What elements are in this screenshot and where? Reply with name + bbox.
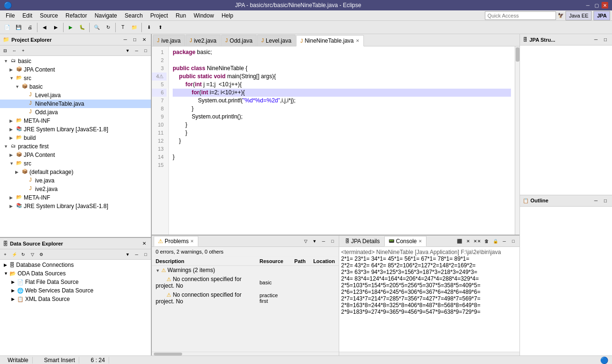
back-button[interactable]: ◀	[39, 22, 50, 33]
tree-item-nineninatable[interactable]: ▶ J NineNineTable.java	[0, 100, 151, 108]
search-button[interactable]: 🔍	[92, 22, 102, 33]
prev-anno-button[interactable]: ⬆	[155, 22, 166, 33]
problems-close-icon[interactable]: ✕	[190, 239, 194, 244]
console-scroll-lock-button[interactable]: 🔒	[491, 237, 500, 246]
ds-item-oda[interactable]: ▼ 📂 ODA Data Sources	[0, 269, 151, 278]
problems-view-menu-button[interactable]: ▼	[310, 237, 319, 246]
console-remove-button[interactable]: ✕✕	[473, 237, 482, 246]
ds-item-db-connections[interactable]: ▶ 🗄 Database Connections	[0, 261, 151, 269]
console-clear-button[interactable]: 🗑	[482, 237, 491, 246]
forward-button[interactable]: ▶	[51, 22, 61, 33]
ds-item-webservices[interactable]: ▶ 🌐 Web Services Data Source	[0, 286, 151, 295]
ds-view-menu-button[interactable]: ▼	[123, 250, 132, 259]
view-menu-button[interactable]: ▼	[123, 46, 132, 55]
tree-item-default-pkg[interactable]: ▶ 📦 (default package)	[0, 168, 151, 176]
ds-maximize-button[interactable]: □	[141, 250, 150, 259]
ds-filter-button[interactable]: ▽	[28, 250, 37, 259]
console-terminate-button[interactable]: ✕	[464, 237, 473, 246]
tree-item-basic[interactable]: ▼ 🗂 basic	[0, 57, 151, 65]
maximize-view-button[interactable]: □	[141, 46, 150, 55]
jpa-perspective-button[interactable]: JPA	[593, 11, 610, 20]
close-panel-button[interactable]: ✕	[140, 36, 148, 44]
console-minimize-button[interactable]: ─	[500, 237, 509, 246]
next-anno-button[interactable]: ⬇	[144, 22, 154, 33]
new-item-button[interactable]: +	[19, 46, 28, 55]
minimize-panel-button[interactable]: ─	[121, 36, 129, 44]
tab-odd-java[interactable]: J Odd.java	[221, 35, 257, 46]
link-editor-button[interactable]: ↔	[10, 46, 19, 55]
problems-maximize-button[interactable]: □	[328, 237, 337, 246]
tab-problems[interactable]: ⚠ Problems ✕	[154, 236, 198, 246]
tab-ive-java[interactable]: J ive.java	[153, 35, 185, 46]
minimize-button[interactable]: ─	[584, 2, 591, 9]
maximize-button[interactable]: ▢	[593, 2, 600, 9]
menu-refactor[interactable]: Refactor	[62, 11, 91, 20]
print-button[interactable]: 🖨	[25, 22, 35, 33]
open-type-button[interactable]: T	[118, 22, 128, 33]
tree-item-jre-1[interactable]: ▶ 📚 JRE System Library [JavaSE-1.8]	[0, 125, 151, 134]
code-area[interactable]: package basic; public class NineNineTabl…	[169, 46, 515, 235]
tree-item-ive2[interactable]: ▶ J ive2.java	[0, 185, 151, 193]
ds-refresh-button[interactable]: ↻	[19, 250, 28, 259]
menu-help[interactable]: Help	[218, 11, 237, 20]
ds-close-button[interactable]: ✕	[140, 240, 148, 247]
tree-item-src-1[interactable]: ▼ 📂 src	[0, 74, 151, 82]
menu-window[interactable]: Window	[190, 11, 218, 20]
refresh-button[interactable]: ↻	[103, 22, 113, 33]
console-close-icon[interactable]: ✕	[418, 239, 422, 244]
tab-console[interactable]: 📟 Console ✕	[384, 236, 426, 246]
tree-item-src-2[interactable]: ▼ 📂 src	[0, 159, 151, 168]
ds-connect-button[interactable]: ⚡	[10, 250, 19, 259]
open-resource-button[interactable]: 📁	[129, 22, 139, 33]
jpa-minimize-button[interactable]: ─	[592, 36, 600, 44]
menu-file[interactable]: File	[2, 11, 19, 20]
tree-item-jre-2[interactable]: ▶ 📚 JRE System Library [JavaSE-1.8]	[0, 202, 151, 210]
tab-jpa-details[interactable]: 🗄 JPA Details	[341, 236, 383, 246]
debug-button[interactable]: 🐛	[77, 22, 87, 33]
tree-item-odd[interactable]: ▶ J Odd.java	[0, 108, 151, 117]
menu-search[interactable]: Search	[121, 11, 147, 20]
menu-source[interactable]: Source	[36, 11, 62, 20]
editor-scrollbar-thumb[interactable]	[516, 47, 519, 62]
menu-edit[interactable]: Edit	[19, 11, 36, 20]
ds-item-flatfile[interactable]: ▶ 📄 Flat File Data Source	[0, 278, 151, 286]
outline-maximize-button[interactable]: □	[602, 197, 609, 204]
tree-item-jpa-content-2[interactable]: ▶ 📦 JPA Content	[0, 151, 151, 159]
problems-row-warnings-group[interactable]: ▼ ⚠ Warnings (2 items)	[152, 266, 339, 275]
problems-hscroll-thumb[interactable]	[154, 353, 182, 355]
tree-item-ive[interactable]: ▶ J ive.java	[0, 176, 151, 185]
menu-run[interactable]: Run	[172, 11, 190, 20]
save-button[interactable]: 💾	[13, 22, 24, 33]
minimize-view-button[interactable]: ─	[132, 46, 141, 55]
outline-minimize-button[interactable]: ─	[592, 197, 600, 204]
ds-minimize-button[interactable]: ─	[132, 250, 141, 259]
problems-row-1[interactable]: ⚠ No connection specified for project. N…	[152, 275, 339, 291]
tree-item-package-basic[interactable]: ▼ 📦 basic	[0, 82, 151, 91]
tab-nineninatable-java[interactable]: J NineNineTable.java ✕	[296, 35, 363, 46]
menu-navigate[interactable]: Navigate	[91, 11, 121, 20]
console-stop-button[interactable]: ⬛	[455, 237, 464, 246]
tree-item-meta-1[interactable]: ▶ 📂 META-INF	[0, 117, 151, 125]
tree-item-jpa-content-1[interactable]: ▶ 📦 JPA Content	[0, 65, 151, 74]
console-hscrollbar[interactable]	[339, 352, 519, 355]
ds-item-xml[interactable]: ▶ 📋 XML Data Source	[0, 295, 151, 303]
problems-filter-button[interactable]: ▽	[301, 237, 310, 246]
jpa-maximize-button[interactable]: □	[602, 36, 609, 44]
ds-new-button[interactable]: +	[1, 250, 9, 259]
tab-ive2-java[interactable]: J ive2.java	[185, 35, 221, 46]
problems-hscrollbar[interactable]	[152, 352, 339, 355]
tab-close-nine[interactable]: ✕	[356, 38, 360, 43]
close-button[interactable]: ✕	[602, 2, 608, 9]
new-button[interactable]: 📄	[2, 22, 12, 33]
collapse-all-button[interactable]: ⊟	[1, 46, 9, 55]
tab-level-java[interactable]: J Level.java	[257, 35, 296, 46]
problems-row-2[interactable]: ⚠ No connection specified for project. N…	[152, 291, 339, 306]
run-button[interactable]: ▶	[65, 22, 76, 33]
tree-item-build[interactable]: ▶ 📂 build	[0, 134, 151, 142]
quick-access-input[interactable]	[485, 11, 556, 20]
editor-scrollbar[interactable]	[515, 46, 519, 235]
tree-item-level-java[interactable]: ▶ J Level.java	[0, 91, 151, 100]
console-maximize-button[interactable]: □	[509, 237, 518, 246]
maximize-panel-button[interactable]: □	[131, 36, 139, 44]
javaee-perspective-button[interactable]: Java EE	[566, 11, 592, 20]
